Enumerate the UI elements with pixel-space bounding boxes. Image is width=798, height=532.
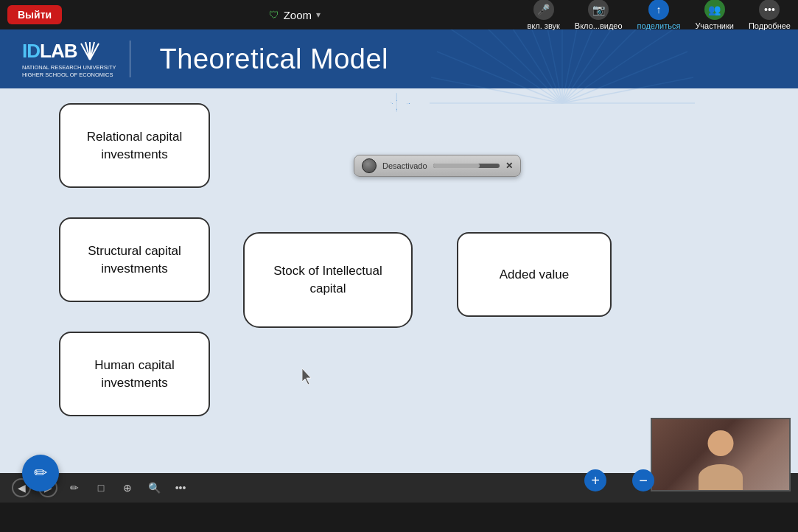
zoom-plus-button[interactable]: +: [584, 469, 606, 491]
cursor: [302, 368, 314, 385]
audio-slider[interactable]: [433, 164, 500, 168]
audio-status-label: Desactivado: [382, 161, 427, 170]
zoom-minus-button[interactable]: −: [632, 469, 654, 491]
audio-popup[interactable]: Desactivado ✕: [354, 155, 521, 177]
box-human: Human capitalinvestments: [59, 332, 210, 416]
structural-label: Structural capitalinvestments: [88, 242, 181, 278]
logo-subtext: NATIONAL RESEARCH UNIVERSITYHIGHER SCHOO…: [22, 64, 116, 79]
draw-tool-button[interactable]: ✏: [65, 478, 84, 497]
sound-label: вкл. звук: [528, 21, 560, 30]
share-icon: ↑: [648, 0, 669, 20]
fab-edit-button[interactable]: ✏: [22, 455, 59, 491]
more-button[interactable]: ••• Подробнее: [749, 0, 791, 30]
box-relational: Relational capitalinvestments: [59, 103, 210, 188]
zoom-shield-icon: 🛡: [269, 9, 279, 21]
stock-label: Stock of Intellectualcapital: [273, 262, 382, 298]
slide-title: Theoretical Model: [160, 43, 389, 75]
share-button[interactable]: ↑ поделиться: [637, 0, 681, 30]
svg-line-26: [407, 103, 410, 104]
diagram-area: Relational capitalinvestments Structural…: [0, 88, 798, 118]
idlab-logo: IDLAB: [22, 40, 138, 79]
top-bar: Выйти 🛡 Zoom ▾ 🎤 вкл. звук 📷 Вкло...виде…: [0, 0, 798, 29]
audio-slider-fill: [433, 164, 480, 168]
video-icon: 📷: [588, 0, 609, 20]
participants-icon: 👥: [704, 0, 725, 20]
audio-knob-icon: [362, 158, 377, 173]
exit-button[interactable]: Выйти: [7, 5, 62, 24]
slide-area: IDLAB: [0, 29, 798, 473]
participants-label: Участники: [695, 21, 734, 30]
share-label: поделиться: [637, 21, 681, 30]
person-body: [699, 464, 743, 490]
person-head: [708, 430, 734, 456]
top-right-icons: 🎤 вкл. звук 📷 Вкло...видео ↑ поделиться …: [528, 0, 791, 30]
select-tool-button[interactable]: □: [91, 478, 111, 497]
more-tools-button[interactable]: •••: [171, 478, 190, 497]
add-button[interactable]: ⊕: [118, 478, 137, 497]
svg-line-24: [391, 102, 393, 104]
fab-edit-icon: ✏: [34, 463, 47, 483]
more-label: Подробнее: [749, 21, 791, 30]
zoom-area[interactable]: 🛡 Zoom ▾: [269, 9, 321, 21]
video-content: [652, 419, 789, 490]
zoom-chevron-icon: ▾: [316, 10, 321, 20]
human-label: Human capitalinvestments: [94, 357, 175, 392]
logo-fan-icon: [80, 41, 100, 61]
box-stock: Stock of Intellectualcapital: [243, 232, 413, 328]
audio-close-button[interactable]: ✕: [505, 161, 513, 171]
slide-header: IDLAB: [0, 29, 798, 88]
zoom-tool-button[interactable]: 🔍: [144, 478, 164, 497]
relational-label: Relational capitalinvestments: [87, 128, 182, 164]
more-icon: •••: [759, 0, 780, 20]
zoom-label: Zoom: [284, 9, 312, 21]
zoom-plus-icon: +: [591, 472, 600, 489]
video-label: Вкло...видео: [575, 21, 623, 30]
logo-divider: [130, 41, 130, 77]
added-label: Added value: [500, 266, 570, 284]
sound-button[interactable]: 🎤 вкл. звук: [528, 0, 560, 30]
logo-text: IDLAB: [22, 40, 77, 63]
participants-button[interactable]: 👥 Участники: [695, 0, 734, 30]
video-button[interactable]: 📷 Вкло...видео: [575, 0, 623, 30]
svg-marker-28: [302, 368, 311, 385]
box-added: Added value: [457, 232, 612, 317]
video-thumbnail: [651, 418, 791, 491]
zoom-minus-icon: −: [639, 472, 648, 489]
sound-icon: 🎤: [533, 0, 554, 20]
box-structural: Structural capitalinvestments: [59, 217, 210, 302]
